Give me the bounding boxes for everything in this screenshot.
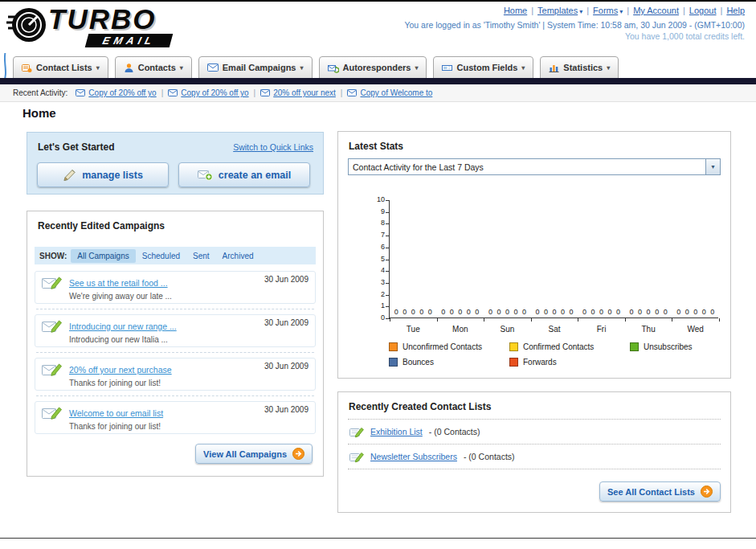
tab-custom-fields[interactable]: Custom Fields ▾ bbox=[433, 56, 533, 79]
latest-stats-panel: Latest Stats Contact Activity for the La… bbox=[337, 131, 731, 379]
speedometer-icon bbox=[6, 5, 47, 45]
manage-lists-button[interactable]: manage lists bbox=[37, 162, 169, 187]
get-started-title: Let's Get Started bbox=[38, 141, 115, 153]
divider bbox=[36, 395, 314, 396]
see-all-contact-lists-button[interactable]: See All Contact Lists bbox=[599, 481, 721, 502]
chevron-down-icon: ▾ bbox=[579, 8, 582, 15]
legend-swatch bbox=[630, 342, 639, 351]
separator: | bbox=[683, 6, 685, 15]
page-title: Home bbox=[22, 106, 56, 120]
separator: | bbox=[161, 88, 164, 97]
x-tick-label: Sun bbox=[484, 325, 531, 334]
campaign-subtitle: Introducing our new Italia ... bbox=[69, 335, 177, 344]
campaign-title-link[interactable]: Welcome to our email list bbox=[69, 408, 163, 418]
campaigns-title: Recently Edited Campaigns bbox=[38, 220, 165, 231]
recently-edited-campaigns-panel: Recently Edited Campaigns SHOW: All Camp… bbox=[27, 211, 324, 477]
tab-email-campaigns[interactable]: Email Campaigns ▾ bbox=[198, 56, 313, 79]
envelope-pencil-icon bbox=[42, 362, 63, 377]
tab-contacts[interactable]: Contacts ▾ bbox=[115, 56, 192, 79]
tab-label: Email Campaigns bbox=[223, 63, 296, 72]
session-info: You are logged in as 'Timothy Smith' | S… bbox=[404, 20, 745, 30]
y-tick-label: 2 bbox=[369, 290, 385, 298]
contact-lists-body: Exhibition List - (0 Contacts) Newslette… bbox=[338, 419, 730, 469]
y-tick-label: 3 bbox=[369, 278, 385, 286]
contact-list-link[interactable]: Newsletter Subscribers bbox=[370, 452, 457, 461]
email-campaigns-icon bbox=[207, 63, 219, 72]
recent-activity-item[interactable]: Copy of Welcome to bbox=[347, 88, 432, 97]
filter-all-campaigns[interactable]: All Campaigns bbox=[71, 249, 135, 263]
tab-contact-lists[interactable]: Contact Lists ▾ bbox=[13, 56, 108, 79]
statistics-icon bbox=[549, 63, 559, 73]
campaign-text: Introducing our new range ... Introducin… bbox=[69, 318, 177, 344]
y-tick-label: 10 bbox=[369, 195, 385, 203]
top-nav-templates[interactable]: Templates bbox=[537, 6, 578, 15]
card-pencil-icon bbox=[349, 450, 364, 463]
y-tick-mark bbox=[386, 248, 390, 248]
legend-label: Unsubscribes bbox=[644, 342, 693, 351]
filter-archived[interactable]: Archived bbox=[216, 249, 260, 263]
contact-list-item[interactable]: Newsletter Subscribers - (0 Contacts) bbox=[338, 445, 730, 469]
campaign-title-link[interactable]: 20% off your next purchase bbox=[69, 365, 172, 375]
divider bbox=[36, 309, 314, 309]
campaign-title-link[interactable]: Introducing our new range ... bbox=[69, 322, 177, 331]
legend-label: Bounces bbox=[403, 358, 434, 367]
recent-activity-link[interactable]: Copy of 20% off yo bbox=[88, 88, 156, 97]
filter-sent[interactable]: Sent bbox=[186, 249, 216, 263]
separator: | bbox=[721, 6, 723, 15]
legend-swatch bbox=[389, 358, 398, 367]
top-nav-my-account[interactable]: My Account bbox=[633, 6, 679, 15]
filter-scheduled[interactable]: Scheduled bbox=[136, 249, 186, 263]
bar-value-labels: 0 0 0 0 0 bbox=[625, 308, 672, 316]
tab-autoresponders[interactable]: Autoresponders ▾ bbox=[319, 56, 427, 79]
create-email-button[interactable]: create an email bbox=[178, 162, 310, 187]
top-nav-home[interactable]: Home bbox=[504, 6, 527, 15]
campaign-title-link[interactable]: See us at the retail food ... bbox=[69, 278, 168, 288]
y-tick-label: 8 bbox=[369, 219, 385, 227]
top-nav-help[interactable]: Help bbox=[726, 6, 745, 15]
campaign-list-item[interactable]: Welcome to our email list Thanks for joi… bbox=[35, 401, 316, 434]
campaign-list-item[interactable]: Introducing our new range ... Introducin… bbox=[35, 314, 316, 347]
nav-underline-bar bbox=[0, 78, 756, 84]
campaign-list-item[interactable]: See us at the retail food ... We're givi… bbox=[35, 271, 316, 304]
tab-statistics[interactable]: Statistics ▾ bbox=[540, 56, 619, 79]
legend-item: Forwards bbox=[509, 358, 630, 367]
x-tick-label: Sat bbox=[531, 325, 578, 334]
legend-item: Unsubscribes bbox=[630, 342, 750, 351]
recent-activity-link[interactable]: Copy of Welcome to bbox=[360, 88, 432, 97]
y-tick-label: 4 bbox=[369, 266, 385, 274]
contacts-icon bbox=[124, 63, 134, 73]
campaign-list: See us at the retail food ... We're givi… bbox=[35, 271, 316, 434]
legend-label: Confirmed Contacts bbox=[523, 342, 594, 351]
recent-activity-bar: Recent Activity: Copy of 20% off yo | Co… bbox=[0, 84, 756, 102]
contact-list-item[interactable]: Exhibition List - (0 Contacts) bbox=[338, 420, 730, 444]
y-tick-mark bbox=[386, 236, 390, 236]
logo-text-turbo: TURBO bbox=[48, 3, 156, 35]
create-email-label: create an email bbox=[219, 170, 291, 181]
recent-activity-item[interactable]: Copy of 20% off yo bbox=[76, 88, 156, 97]
envelope-icon bbox=[76, 89, 85, 96]
envelope-icon bbox=[347, 89, 357, 96]
stats-plot: 0123456789100 0 0 0 0Tue0 0 0 0 0Mon0 0 … bbox=[389, 200, 718, 318]
campaign-list-item[interactable]: 20% off your next purchase Thanks for jo… bbox=[35, 358, 316, 391]
x-tick-label: Tue bbox=[390, 325, 437, 334]
campaign-date: 30 Jun 2009 bbox=[264, 275, 309, 284]
campaign-text: See us at the retail food ... We're givi… bbox=[69, 275, 172, 301]
bar-value-labels: 0 0 0 0 0 bbox=[578, 308, 625, 316]
contact-list-link[interactable]: Exhibition List bbox=[370, 427, 423, 436]
switch-to-quick-links-link[interactable]: Switch to Quick Links bbox=[233, 142, 313, 152]
contact-list-count: - (0 Contacts) bbox=[464, 452, 515, 461]
dropdown-arrow-icon[interactable]: ▼ bbox=[705, 159, 720, 174]
credits-info: You have 1,000 total credits left. bbox=[625, 31, 745, 41]
chevron-down-icon: ▾ bbox=[300, 64, 303, 72]
top-nav-logout[interactable]: Logout bbox=[689, 6, 717, 15]
arrow-circle-icon bbox=[292, 448, 304, 460]
y-tick-label: 5 bbox=[369, 255, 385, 263]
recent-activity-item[interactable]: 20% off your next bbox=[260, 88, 336, 97]
recent-activity-link[interactable]: 20% off your next bbox=[273, 88, 336, 97]
recent-activity-link[interactable]: Copy of 20% off yo bbox=[181, 88, 248, 97]
top-nav-forms[interactable]: Forms bbox=[593, 6, 618, 15]
recent-activity-item[interactable]: Copy of 20% off yo bbox=[168, 88, 248, 97]
stats-period-select[interactable]: Contact Activity for the Last 7 Days ▼ bbox=[348, 158, 721, 175]
latest-stats-title: Latest Stats bbox=[349, 141, 403, 152]
view-all-campaigns-button[interactable]: View All Campaigns bbox=[195, 444, 313, 464]
